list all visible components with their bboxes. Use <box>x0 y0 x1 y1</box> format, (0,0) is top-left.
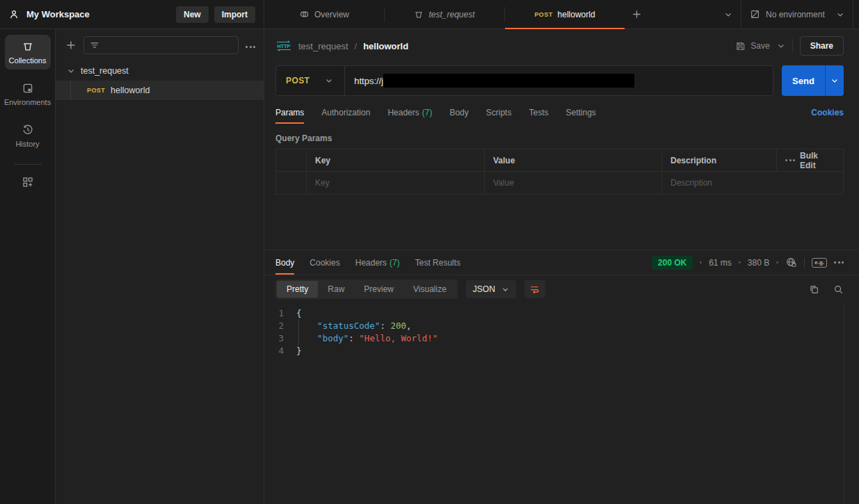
send-button[interactable]: Send <box>782 65 825 96</box>
tab-label: Body <box>275 258 294 268</box>
tab-label: Settings <box>565 108 595 117</box>
tab-headers[interactable]: Headers(7) <box>387 101 432 124</box>
query-params-title: Query Params <box>264 124 859 149</box>
code-line: 4} <box>264 345 844 357</box>
breadcrumb-request-name[interactable]: helloworld <box>363 41 408 51</box>
rail-item-label: Collections <box>9 56 47 65</box>
row-select-cell[interactable] <box>276 172 307 194</box>
tab-test-results[interactable]: Test Results <box>415 250 460 275</box>
environment-selector[interactable]: No environment <box>741 9 853 19</box>
chevron-down-icon <box>67 67 75 75</box>
value-input-cell <box>485 172 662 194</box>
tab-response-body[interactable]: Body <box>275 250 294 275</box>
tab-authorization[interactable]: Authorization <box>321 101 370 124</box>
key-input[interactable] <box>315 178 476 188</box>
wrap-lines-button[interactable] <box>524 280 545 298</box>
environments-icon <box>22 82 34 95</box>
tab-method-badge: POST <box>534 11 552 18</box>
format-dropdown[interactable]: JSON <box>466 280 516 298</box>
url-input[interactable]: https://j <box>345 74 773 88</box>
tab-label: Headers <box>355 258 387 268</box>
search-response-button[interactable] <box>833 284 844 295</box>
more-icon <box>785 159 795 161</box>
tab-body[interactable]: Body <box>449 101 468 124</box>
view-mode-switch: Pretty Raw Preview Visualize <box>275 279 458 299</box>
view-visualize[interactable]: Visualize <box>403 281 456 298</box>
tab-response-cookies[interactable]: Cookies <box>310 250 339 275</box>
method-dropdown[interactable]: POST <box>276 66 345 95</box>
app-body: Collections Environments History <box>0 29 859 504</box>
collection-icon <box>414 10 424 19</box>
tab-overview[interactable]: Overview <box>264 0 384 29</box>
rail-item-collections[interactable]: Collections <box>5 35 51 70</box>
view-preview[interactable]: Preview <box>354 281 403 298</box>
copy-button[interactable] <box>809 284 819 295</box>
response-body-editor[interactable]: 1{2 "statusCode": 200,3 "body": "Hello, … <box>264 303 844 504</box>
send-split-button: Send <box>782 65 844 96</box>
tab-label: Body <box>449 108 468 117</box>
value-input[interactable] <box>493 178 653 188</box>
rail-item-environments[interactable]: Environments <box>5 76 51 111</box>
cookies-link[interactable]: Cookies <box>811 108 844 117</box>
import-button[interactable]: Import <box>214 6 255 23</box>
tab-test-request[interactable]: test_request <box>385 0 504 29</box>
tab-params[interactable]: Params <box>275 101 304 124</box>
send-options-button[interactable] <box>825 65 844 96</box>
tree-item-request-selected[interactable]: POST helloworld <box>56 81 264 100</box>
tab-response-headers[interactable]: Headers(7) <box>355 250 400 275</box>
save-options-button[interactable] <box>777 42 785 50</box>
tab-tests[interactable]: Tests <box>529 101 548 124</box>
request-name: helloworld <box>111 86 150 95</box>
dot-separator <box>739 261 741 263</box>
rail-item-history[interactable]: History <box>5 118 51 153</box>
meta-divider <box>804 258 805 268</box>
new-button[interactable]: New <box>176 6 209 23</box>
status-badge: 200 OK <box>652 256 693 270</box>
app-window: My Workspace New Import Overview test_re… <box>0 0 859 504</box>
add-module-button[interactable] <box>22 176 34 188</box>
bulk-edit-button[interactable]: Bulk Edit <box>777 149 843 172</box>
response-tabs: Body Cookies Headers(7) Test Results 200… <box>264 250 859 275</box>
topbar-right: No environment <box>716 0 859 29</box>
history-icon <box>22 124 34 136</box>
chevron-down-icon <box>501 286 509 293</box>
select-column-header <box>276 149 307 172</box>
description-column-header: Description <box>662 149 777 172</box>
tab-label: Params <box>275 108 304 117</box>
tab-label: Cookies <box>310 258 339 268</box>
save-as-example-button[interactable]: e.g. <box>812 258 827 268</box>
sidebar-more-button[interactable] <box>246 40 255 50</box>
overview-icon <box>299 9 310 19</box>
tab-settings[interactable]: Settings <box>565 101 595 124</box>
collections-icon <box>22 40 34 53</box>
tab-scripts[interactable]: Scripts <box>486 101 512 124</box>
save-button[interactable]: Save <box>735 41 769 51</box>
response-meta: 200 OK 61 ms 380 B e.g. <box>652 256 844 270</box>
save-label: Save <box>750 41 769 51</box>
search-icon <box>833 284 844 295</box>
key-input-cell <box>307 172 485 194</box>
view-pretty[interactable]: Pretty <box>277 281 318 298</box>
code-line: 1{ <box>264 307 844 320</box>
http-request-icon: HTTP <box>275 40 292 52</box>
breadcrumb-collection[interactable]: test_request <box>298 41 348 51</box>
sidebar-search-input[interactable] <box>104 40 232 50</box>
view-raw[interactable]: Raw <box>318 281 354 298</box>
description-input[interactable] <box>671 178 835 188</box>
new-tab-button[interactable] <box>625 0 648 29</box>
main-panel: HTTP test_request / helloworld Save <box>264 29 859 504</box>
add-collection-button[interactable] <box>65 40 77 51</box>
left-rail: Collections Environments History <box>0 29 56 504</box>
headers-count: (7) <box>390 258 400 268</box>
share-button[interactable]: Share <box>800 36 844 56</box>
topbar-divider <box>853 0 853 29</box>
response-more-button[interactable] <box>834 261 844 263</box>
network-info-button[interactable] <box>785 257 797 268</box>
tab-helloworld-active[interactable]: POST helloworld <box>505 0 625 29</box>
tab-overflow-button[interactable] <box>716 10 741 19</box>
tab-strip: Overview test_request POST helloworld <box>264 0 716 29</box>
tree-item-collection[interactable]: test_request <box>56 61 264 81</box>
workspace-switcher[interactable]: My Workspace <box>8 9 90 20</box>
code-line: 3 "body": "Hello, World!" <box>264 332 844 345</box>
value-column-header: Value <box>485 149 662 172</box>
